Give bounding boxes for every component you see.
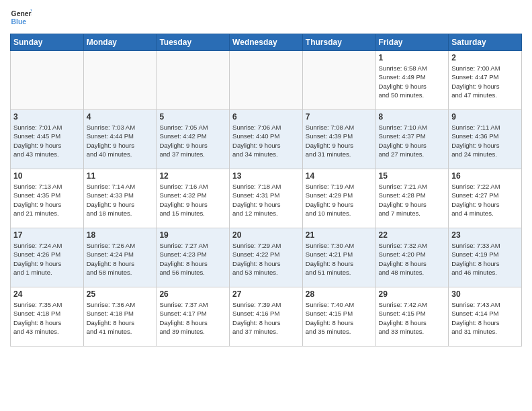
day-info: Sunrise: 7:21 AM Sunset: 4:28 PM Dayligh… [379,182,446,218]
day-info: Sunrise: 7:22 AM Sunset: 4:27 PM Dayligh… [451,182,519,218]
calendar-table: SundayMondayTuesdayWednesdayThursdayFrid… [10,34,522,347]
calendar-cell-13: 9Sunrise: 7:11 AM Sunset: 4:36 PM Daylig… [449,110,522,169]
day-info: Sunrise: 7:00 AM Sunset: 4:47 PM Dayligh… [451,64,519,99]
day-number: 12 [159,171,226,181]
calendar-cell-11: 7Sunrise: 7:08 AM Sunset: 4:39 PM Daylig… [302,110,375,169]
calendar-cell-29: 25Sunrise: 7:36 AM Sunset: 4:18 PM Dayli… [83,287,157,347]
calendar-cell-32: 28Sunrise: 7:40 AM Sunset: 4:15 PM Dayli… [302,287,375,347]
day-info: Sunrise: 7:42 AM Sunset: 4:15 PM Dayligh… [379,300,446,336]
weekday-friday: Friday [375,34,449,51]
calendar-cell-20: 16Sunrise: 7:22 AM Sunset: 4:27 PM Dayli… [449,169,522,228]
day-info: Sunrise: 7:37 AM Sunset: 4:17 PM Dayligh… [159,300,226,336]
week-row-5: 24Sunrise: 7:35 AM Sunset: 4:18 PM Dayli… [11,287,522,347]
calendar-cell-19: 15Sunrise: 7:21 AM Sunset: 4:28 PM Dayli… [375,169,449,228]
day-number: 27 [232,289,300,299]
day-number: 14 [306,171,373,181]
calendar-cell-0 [11,51,84,110]
day-info: Sunrise: 7:05 AM Sunset: 4:42 PM Dayligh… [159,123,226,158]
day-number: 21 [306,230,373,240]
day-number: 13 [232,171,300,181]
day-info: Sunrise: 7:24 AM Sunset: 4:26 PM Dayligh… [13,241,81,277]
calendar-cell-24: 20Sunrise: 7:29 AM Sunset: 4:22 PM Dayli… [230,228,303,287]
calendar-cell-31: 27Sunrise: 7:39 AM Sunset: 4:16 PM Dayli… [230,287,303,347]
calendar-cell-34: 30Sunrise: 7:43 AM Sunset: 4:14 PM Dayli… [449,287,522,347]
svg-text:Blue: Blue [11,18,27,26]
day-info: Sunrise: 7:18 AM Sunset: 4:31 PM Dayligh… [232,182,300,218]
day-info: Sunrise: 7:30 AM Sunset: 4:21 PM Dayligh… [306,241,373,277]
weekday-tuesday: Tuesday [157,34,230,51]
day-info: Sunrise: 6:58 AM Sunset: 4:49 PM Dayligh… [379,64,446,99]
weekday-saturday: Saturday [449,34,522,51]
calendar-cell-2 [157,51,230,110]
day-number: 7 [306,112,373,122]
calendar-cell-17: 13Sunrise: 7:18 AM Sunset: 4:31 PM Dayli… [230,169,303,228]
day-number: 23 [451,230,519,240]
week-row-1: 1Sunrise: 6:58 AM Sunset: 4:49 PM Daylig… [11,51,522,110]
day-number: 19 [159,230,226,240]
day-info: Sunrise: 7:03 AM Sunset: 4:44 PM Dayligh… [87,123,154,158]
day-info: Sunrise: 7:01 AM Sunset: 4:45 PM Dayligh… [13,123,81,158]
day-number: 10 [13,171,81,181]
calendar-cell-23: 19Sunrise: 7:27 AM Sunset: 4:23 PM Dayli… [157,228,230,287]
day-info: Sunrise: 7:08 AM Sunset: 4:39 PM Dayligh… [306,123,373,158]
calendar-cell-21: 17Sunrise: 7:24 AM Sunset: 4:26 PM Dayli… [11,228,84,287]
day-number: 8 [379,112,446,122]
day-info: Sunrise: 7:13 AM Sunset: 4:35 PM Dayligh… [13,182,81,218]
weekday-wednesday: Wednesday [230,34,303,51]
day-info: Sunrise: 7:33 AM Sunset: 4:19 PM Dayligh… [451,241,519,277]
logo: General Blue [10,7,34,28]
calendar-cell-33: 29Sunrise: 7:42 AM Sunset: 4:15 PM Dayli… [375,287,449,347]
logo-icon: General Blue [10,7,32,28]
day-number: 25 [87,289,154,299]
day-number: 24 [13,289,81,299]
day-info: Sunrise: 7:40 AM Sunset: 4:15 PM Dayligh… [306,300,373,336]
day-number: 9 [451,112,519,122]
calendar-cell-16: 12Sunrise: 7:16 AM Sunset: 4:32 PM Dayli… [157,169,230,228]
day-info: Sunrise: 7:16 AM Sunset: 4:32 PM Dayligh… [159,182,226,218]
day-info: Sunrise: 7:36 AM Sunset: 4:18 PM Dayligh… [87,300,154,336]
day-info: Sunrise: 7:11 AM Sunset: 4:36 PM Dayligh… [451,123,519,158]
day-number: 11 [87,171,154,181]
day-info: Sunrise: 7:06 AM Sunset: 4:40 PM Dayligh… [232,123,300,158]
calendar-cell-6: 2Sunrise: 7:00 AM Sunset: 4:47 PM Daylig… [449,51,522,110]
day-number: 26 [159,289,226,299]
weekday-monday: Monday [83,34,157,51]
day-number: 18 [87,230,154,240]
day-info: Sunrise: 7:14 AM Sunset: 4:33 PM Dayligh… [87,182,154,218]
week-row-2: 3Sunrise: 7:01 AM Sunset: 4:45 PM Daylig… [11,110,522,169]
calendar-cell-15: 11Sunrise: 7:14 AM Sunset: 4:33 PM Dayli… [83,169,157,228]
calendar-cell-4 [302,51,375,110]
calendar-body: 1Sunrise: 6:58 AM Sunset: 4:49 PM Daylig… [11,51,522,347]
day-info: Sunrise: 7:26 AM Sunset: 4:24 PM Dayligh… [87,241,154,277]
calendar-cell-12: 8Sunrise: 7:10 AM Sunset: 4:37 PM Daylig… [375,110,449,169]
page-header: General Blue [10,7,522,28]
week-row-3: 10Sunrise: 7:13 AM Sunset: 4:35 PM Dayli… [11,169,522,228]
day-number: 17 [13,230,81,240]
calendar-cell-5: 1Sunrise: 6:58 AM Sunset: 4:49 PM Daylig… [375,51,449,110]
day-number: 15 [379,171,446,181]
calendar-cell-28: 24Sunrise: 7:35 AM Sunset: 4:18 PM Dayli… [11,287,84,347]
day-info: Sunrise: 7:39 AM Sunset: 4:16 PM Dayligh… [232,300,300,336]
calendar-cell-1 [83,51,157,110]
calendar-cell-30: 26Sunrise: 7:37 AM Sunset: 4:17 PM Dayli… [157,287,230,347]
calendar-cell-9: 5Sunrise: 7:05 AM Sunset: 4:42 PM Daylig… [157,110,230,169]
calendar-cell-27: 23Sunrise: 7:33 AM Sunset: 4:19 PM Dayli… [449,228,522,287]
weekday-sunday: Sunday [11,34,84,51]
calendar-cell-8: 4Sunrise: 7:03 AM Sunset: 4:44 PM Daylig… [83,110,157,169]
day-number: 1 [379,53,446,62]
day-number: 20 [232,230,300,240]
calendar-cell-3 [230,51,303,110]
day-number: 29 [379,289,446,299]
day-info: Sunrise: 7:29 AM Sunset: 4:22 PM Dayligh… [232,241,300,277]
calendar-cell-22: 18Sunrise: 7:26 AM Sunset: 4:24 PM Dayli… [83,228,157,287]
day-number: 30 [451,289,519,299]
day-number: 3 [13,112,81,122]
calendar-cell-10: 6Sunrise: 7:06 AM Sunset: 4:40 PM Daylig… [230,110,303,169]
weekday-header-row: SundayMondayTuesdayWednesdayThursdayFrid… [11,34,522,51]
day-number: 28 [306,289,373,299]
calendar-cell-26: 22Sunrise: 7:32 AM Sunset: 4:20 PM Dayli… [375,228,449,287]
day-number: 5 [159,112,226,122]
calendar-cell-25: 21Sunrise: 7:30 AM Sunset: 4:21 PM Dayli… [302,228,375,287]
calendar-cell-7: 3Sunrise: 7:01 AM Sunset: 4:45 PM Daylig… [11,110,84,169]
weekday-thursday: Thursday [302,34,375,51]
